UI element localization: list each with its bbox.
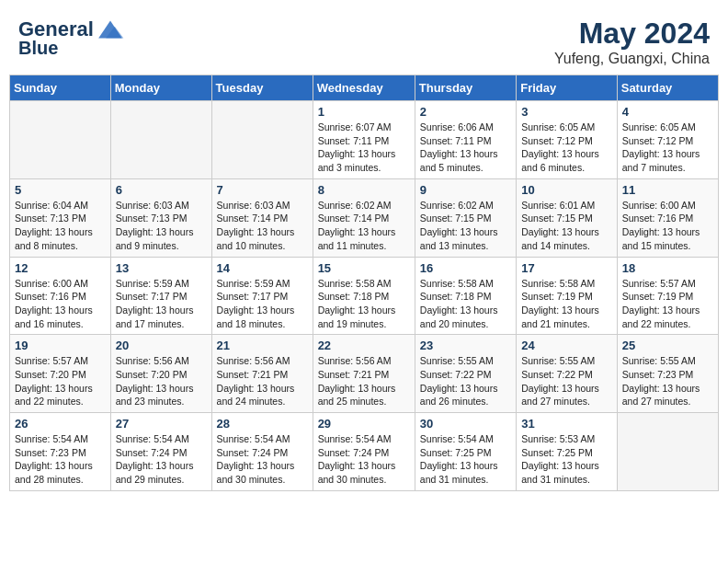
day-number: 14 — [217, 261, 308, 275]
weekday-header-monday: Monday — [110, 75, 211, 101]
calendar-cell: 29Sunrise: 5:54 AM Sunset: 7:24 PM Dayli… — [313, 413, 415, 491]
day-number: 13 — [116, 261, 207, 275]
calendar-cell: 3Sunrise: 6:05 AM Sunset: 7:12 PM Daylig… — [517, 101, 618, 179]
calendar-cell: 13Sunrise: 5:59 AM Sunset: 7:17 PM Dayli… — [110, 257, 211, 335]
day-number: 4 — [622, 105, 713, 119]
day-info: Sunrise: 5:58 AM Sunset: 7:18 PM Dayligh… — [318, 277, 410, 331]
day-info: Sunrise: 6:05 AM Sunset: 7:12 PM Dayligh… — [622, 121, 713, 175]
day-number: 7 — [217, 183, 308, 197]
day-number: 2 — [420, 105, 511, 119]
calendar-week-row: 19Sunrise: 5:57 AM Sunset: 7:20 PM Dayli… — [10, 335, 719, 413]
day-info: Sunrise: 6:02 AM Sunset: 7:14 PM Dayligh… — [318, 199, 410, 253]
day-number: 17 — [521, 261, 612, 275]
calendar-week-row: 26Sunrise: 5:54 AM Sunset: 7:23 PM Dayli… — [10, 413, 719, 491]
day-info: Sunrise: 5:57 AM Sunset: 7:19 PM Dayligh… — [622, 277, 713, 331]
day-number: 24 — [521, 339, 612, 352]
calendar-cell: 11Sunrise: 6:00 AM Sunset: 7:16 PM Dayli… — [617, 178, 718, 257]
weekday-header-saturday: Saturday — [617, 75, 718, 101]
calendar-cell: 25Sunrise: 5:55 AM Sunset: 7:23 PM Dayli… — [617, 335, 718, 413]
day-number: 15 — [318, 261, 410, 275]
day-info: Sunrise: 5:57 AM Sunset: 7:20 PM Dayligh… — [15, 354, 106, 408]
calendar-cell — [211, 101, 313, 179]
day-number: 20 — [116, 339, 207, 352]
calendar-cell: 23Sunrise: 5:55 AM Sunset: 7:22 PM Dayli… — [415, 335, 516, 413]
weekday-header-row: SundayMondayTuesdayWednesdayThursdayFrid… — [10, 75, 719, 101]
calendar-cell: 15Sunrise: 5:58 AM Sunset: 7:18 PM Dayli… — [313, 257, 415, 335]
calendar-week-row: 5Sunrise: 6:04 AM Sunset: 7:13 PM Daylig… — [10, 178, 719, 257]
day-info: Sunrise: 5:54 AM Sunset: 7:24 PM Dayligh… — [217, 432, 308, 487]
title-block: May 2024 Yufeng, Guangxi, China — [554, 17, 710, 67]
day-number: 22 — [318, 339, 410, 352]
calendar-cell: 20Sunrise: 5:56 AM Sunset: 7:20 PM Dayli… — [110, 335, 211, 413]
day-info: Sunrise: 6:00 AM Sunset: 7:16 PM Dayligh… — [15, 277, 106, 331]
day-info: Sunrise: 5:54 AM Sunset: 7:24 PM Dayligh… — [318, 432, 410, 487]
calendar-cell: 22Sunrise: 5:56 AM Sunset: 7:21 PM Dayli… — [313, 335, 415, 413]
day-number: 25 — [622, 339, 713, 352]
calendar-cell: 8Sunrise: 6:02 AM Sunset: 7:14 PM Daylig… — [313, 178, 415, 257]
day-info: Sunrise: 5:55 AM Sunset: 7:22 PM Dayligh… — [521, 354, 612, 408]
day-info: Sunrise: 6:04 AM Sunset: 7:13 PM Dayligh… — [15, 199, 106, 253]
calendar-cell: 6Sunrise: 6:03 AM Sunset: 7:13 PM Daylig… — [110, 178, 211, 257]
calendar-table: SundayMondayTuesdayWednesdayThursdayFrid… — [9, 75, 719, 491]
day-info: Sunrise: 6:00 AM Sunset: 7:16 PM Dayligh… — [622, 199, 713, 253]
page-header: General Blue May 2024 Yufeng, Guangxi, C… — [9, 9, 719, 71]
calendar-cell: 24Sunrise: 5:55 AM Sunset: 7:22 PM Dayli… — [517, 335, 618, 413]
day-number: 27 — [116, 417, 207, 431]
day-info: Sunrise: 5:58 AM Sunset: 7:18 PM Dayligh… — [420, 277, 511, 331]
day-number: 10 — [521, 183, 612, 197]
calendar-cell: 21Sunrise: 5:56 AM Sunset: 7:21 PM Dayli… — [211, 335, 313, 413]
day-info: Sunrise: 6:01 AM Sunset: 7:15 PM Dayligh… — [521, 199, 612, 253]
calendar-cell: 27Sunrise: 5:54 AM Sunset: 7:24 PM Dayli… — [110, 413, 211, 491]
calendar-cell: 17Sunrise: 5:58 AM Sunset: 7:19 PM Dayli… — [517, 257, 618, 335]
day-info: Sunrise: 5:59 AM Sunset: 7:17 PM Dayligh… — [217, 277, 308, 331]
day-number: 6 — [116, 183, 207, 197]
calendar-cell — [10, 101, 111, 179]
day-info: Sunrise: 5:54 AM Sunset: 7:23 PM Dayligh… — [15, 432, 106, 487]
day-info: Sunrise: 5:56 AM Sunset: 7:21 PM Dayligh… — [217, 354, 308, 408]
day-number: 31 — [521, 417, 612, 431]
logo: General Blue — [18, 17, 125, 57]
calendar-cell: 18Sunrise: 5:57 AM Sunset: 7:19 PM Dayli… — [617, 257, 718, 335]
day-number: 23 — [420, 339, 511, 352]
logo-text: General — [18, 19, 94, 40]
day-number: 11 — [622, 183, 713, 197]
day-number: 28 — [217, 417, 308, 431]
day-info: Sunrise: 5:56 AM Sunset: 7:20 PM Dayligh… — [116, 354, 207, 408]
calendar-cell: 28Sunrise: 5:54 AM Sunset: 7:24 PM Dayli… — [211, 413, 313, 491]
day-info: Sunrise: 5:55 AM Sunset: 7:23 PM Dayligh… — [622, 354, 713, 408]
day-number: 26 — [15, 417, 106, 431]
calendar-cell: 31Sunrise: 5:53 AM Sunset: 7:25 PM Dayli… — [517, 413, 618, 491]
calendar-cell: 19Sunrise: 5:57 AM Sunset: 7:20 PM Dayli… — [10, 335, 111, 413]
weekday-header-sunday: Sunday — [10, 75, 111, 101]
weekday-header-wednesday: Wednesday — [313, 75, 415, 101]
day-number: 18 — [622, 261, 713, 275]
day-info: Sunrise: 5:56 AM Sunset: 7:21 PM Dayligh… — [318, 354, 410, 408]
weekday-header-thursday: Thursday — [415, 75, 516, 101]
day-info: Sunrise: 5:54 AM Sunset: 7:24 PM Dayligh… — [116, 432, 207, 487]
day-info: Sunrise: 6:05 AM Sunset: 7:12 PM Dayligh… — [521, 121, 612, 175]
day-number: 29 — [318, 417, 410, 431]
day-number: 21 — [217, 339, 308, 352]
calendar-cell: 14Sunrise: 5:59 AM Sunset: 7:17 PM Dayli… — [211, 257, 313, 335]
logo-icon — [96, 17, 125, 42]
calendar-cell: 7Sunrise: 6:03 AM Sunset: 7:14 PM Daylig… — [211, 178, 313, 257]
calendar-cell: 9Sunrise: 6:02 AM Sunset: 7:15 PM Daylig… — [415, 178, 516, 257]
day-number: 3 — [521, 105, 612, 119]
day-info: Sunrise: 5:59 AM Sunset: 7:17 PM Dayligh… — [116, 277, 207, 331]
calendar-cell: 2Sunrise: 6:06 AM Sunset: 7:11 PM Daylig… — [415, 101, 516, 179]
day-info: Sunrise: 6:07 AM Sunset: 7:11 PM Dayligh… — [318, 121, 410, 175]
calendar-subtitle: Yufeng, Guangxi, China — [554, 51, 710, 67]
day-info: Sunrise: 6:03 AM Sunset: 7:14 PM Dayligh… — [217, 199, 308, 253]
day-number: 1 — [318, 105, 410, 119]
calendar-cell: 5Sunrise: 6:04 AM Sunset: 7:13 PM Daylig… — [10, 178, 111, 257]
calendar-title: May 2024 — [554, 17, 710, 51]
day-number: 5 — [15, 183, 106, 197]
calendar-cell — [110, 101, 211, 179]
calendar-cell: 26Sunrise: 5:54 AM Sunset: 7:23 PM Dayli… — [10, 413, 111, 491]
day-info: Sunrise: 5:55 AM Sunset: 7:22 PM Dayligh… — [420, 354, 511, 408]
day-number: 19 — [15, 339, 106, 352]
day-info: Sunrise: 5:53 AM Sunset: 7:25 PM Dayligh… — [521, 432, 612, 487]
day-number: 12 — [15, 261, 106, 275]
day-info: Sunrise: 6:03 AM Sunset: 7:13 PM Dayligh… — [116, 199, 207, 253]
day-number: 16 — [420, 261, 511, 275]
